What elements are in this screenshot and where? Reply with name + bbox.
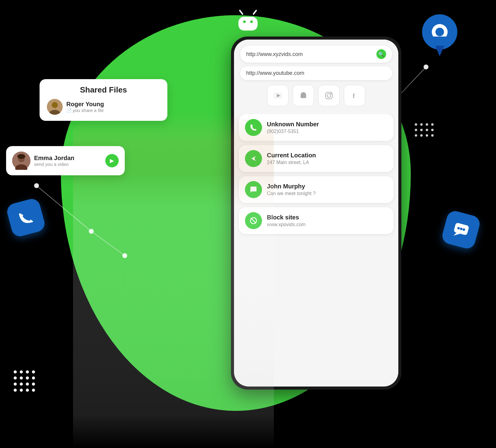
svg-point-27: [17, 154, 25, 159]
message-icon: [245, 181, 262, 198]
shared-files-title: Shared Files: [47, 85, 160, 95]
roger-young-info: Roger Young 📄 you share a file: [66, 101, 104, 113]
emma-jordan-subtitle: send you a video: [34, 162, 74, 167]
instagram-icon[interactable]: [318, 85, 340, 106]
file-icon: 📄: [66, 108, 72, 113]
current-location-card[interactable]: Current Location 247 Main street, LA: [239, 145, 393, 172]
unknown-number-title: Unknown Number: [267, 121, 319, 128]
social-icons-row: f: [240, 85, 392, 111]
dot-grid-bottom-left: [12, 369, 37, 393]
phone-cards-list: Unknown Number (902)037-5351 Current Loc…: [234, 114, 398, 387]
block-sites-title: Block sites: [267, 214, 306, 221]
emma-jordan-card[interactable]: Emma Jordan send you a video ▶: [6, 146, 125, 175]
emma-jordan-avatar: [12, 152, 30, 170]
scene: http://www.xyzvids.com 🔍 http://www.yout…: [0, 0, 496, 448]
svg-point-10: [327, 94, 331, 97]
svg-point-37: [122, 253, 127, 258]
roger-young-avatar: [47, 99, 63, 115]
svg-line-3: [253, 11, 256, 14]
facebook-icon[interactable]: f: [344, 85, 365, 106]
url-bar-secondary[interactable]: http://www.youtube.com: [240, 66, 392, 80]
john-murphy-title: John Murphy: [267, 183, 316, 190]
emma-jordan-name: Emma Jordan: [34, 155, 74, 162]
block-sites-info: Block sites www.xpovids.com: [267, 214, 306, 227]
svg-marker-20: [435, 46, 444, 56]
roger-young-sub: 📄 you share a file: [66, 108, 104, 113]
current-location-title: Current Location: [267, 152, 316, 159]
unknown-number-info: Unknown Number (902)037-5351: [267, 121, 319, 134]
john-murphy-subtitle: Can we meet tonight ?: [267, 191, 316, 196]
location-pin-icon: [420, 9, 459, 66]
file-item: Roger Young 📄 you share a file: [47, 99, 160, 115]
play-button[interactable]: ▶: [105, 154, 119, 167]
svg-rect-4: [239, 17, 258, 30]
unknown-number-subtitle: (902)037-5351: [267, 129, 319, 134]
john-murphy-card[interactable]: John Murphy Can we meet tonight ?: [239, 176, 393, 203]
roger-young-subtitle: you share a file: [73, 108, 104, 113]
svg-marker-13: [251, 156, 256, 161]
current-location-subtitle: 247 Main street, LA: [267, 160, 316, 165]
svg-text:f: f: [353, 92, 355, 100]
browser-area: http://www.xyzvids.com 🔍 http://www.yout…: [234, 40, 398, 114]
shared-files-card[interactable]: Shared Files Roger Young 📄 you share a f…: [40, 79, 167, 121]
svg-point-6: [250, 20, 253, 23]
current-location-info: Current Location 247 Main street, LA: [267, 152, 316, 165]
svg-point-5: [243, 20, 246, 23]
url-text-primary: http://www.xyzvids.com: [246, 51, 303, 58]
svg-line-15: [251, 218, 256, 223]
emma-jordan-info: Emma Jordan send you a video: [34, 155, 74, 167]
block-sites-subtitle: www.xpovids.com: [267, 222, 306, 227]
svg-point-11: [330, 93, 332, 94]
svg-line-2: [240, 11, 243, 14]
url-bar-primary[interactable]: http://www.xyzvids.com 🔍: [240, 46, 392, 63]
snapchat-icon[interactable]: [293, 85, 314, 106]
youtube-icon[interactable]: [267, 85, 288, 106]
url-text-secondary: http://www.youtube.com: [246, 70, 304, 76]
svg-point-22: [52, 102, 58, 108]
android-icon: [234, 9, 262, 43]
svg-line-36: [91, 231, 125, 256]
block-icon: [245, 212, 262, 229]
john-murphy-info: John Murphy Can we meet tonight ?: [267, 183, 316, 196]
phone-frame: http://www.xyzvids.com 🔍 http://www.yout…: [231, 37, 401, 390]
block-sites-card[interactable]: Block sites www.xpovids.com: [239, 207, 393, 234]
roger-young-name: Roger Young: [66, 101, 104, 108]
phone-screen: http://www.xyzvids.com 🔍 http://www.yout…: [234, 40, 398, 387]
unknown-number-card[interactable]: Unknown Number (902)037-5351: [239, 114, 393, 141]
message-float-icon: [441, 209, 482, 250]
phone-call-icon: [245, 119, 262, 136]
location-icon: [245, 150, 262, 167]
search-icon[interactable]: 🔍: [376, 49, 386, 59]
svg-line-35: [37, 186, 91, 231]
svg-point-18: [435, 28, 444, 36]
